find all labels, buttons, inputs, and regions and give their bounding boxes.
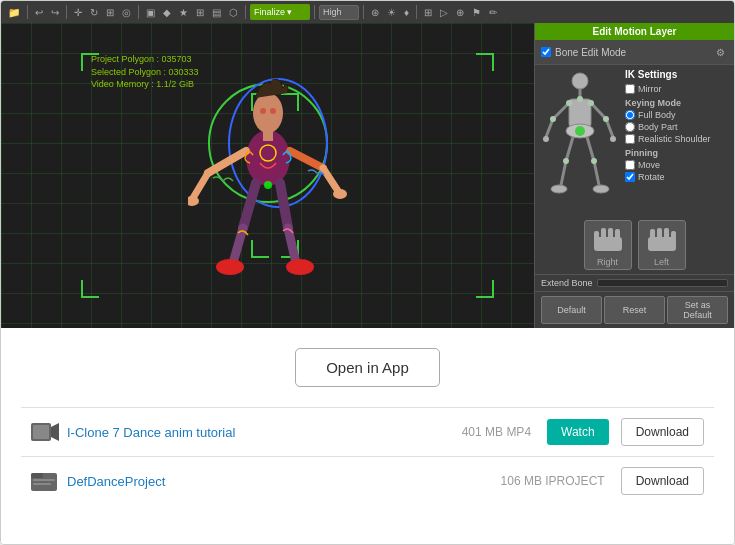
left-hand-svg [644,223,680,255]
svg-line-15 [288,228,296,263]
default-btn[interactable]: Default [541,296,602,324]
file-name-1[interactable]: DefDanceProject [67,474,493,489]
svg-rect-59 [33,483,51,485]
hands-area: Right Left [535,216,734,274]
watch-button-0[interactable]: Watch [547,419,609,445]
corner-bracket-br [476,280,494,298]
toolbar-layers-btn[interactable]: ▤ [209,3,224,21]
svg-rect-47 [615,229,620,240]
toolbar-rotate-btn[interactable]: ↻ [87,3,101,21]
open-in-app-button[interactable]: Open in App [295,348,440,387]
bone-edit-mode-row: Bone Edit Mode [541,47,626,58]
svg-line-6 [193,173,208,198]
toolbar-grid-btn[interactable]: ⊞ [193,3,207,21]
svg-point-17 [286,259,314,275]
svg-point-40 [563,158,569,164]
file-size-0: 401 MB MP4 [462,425,531,439]
svg-line-30 [561,161,566,185]
svg-rect-57 [31,473,43,478]
toolbar-move-btn[interactable]: ✛ [71,3,85,21]
svg-line-25 [591,103,606,119]
toolbar-icon3[interactable]: ♦ [401,3,412,21]
svg-rect-46 [608,228,613,240]
realistic-shoulder-row: Realistic Shoulder [625,134,728,144]
character-svg [188,63,348,293]
bone-edit-mode-checkbox[interactable] [541,47,551,57]
toolbar-undo-btn[interactable]: ↩ [32,3,46,21]
video-file-icon [31,421,59,443]
download-button-1[interactable]: Download [621,467,704,495]
rotate-checkbox[interactable] [625,172,635,182]
toolbar-scale-btn[interactable]: ⊞ [103,3,117,21]
svg-point-1 [253,93,283,133]
svg-point-24 [543,136,549,142]
panel-content: IK Settings Mirror Keying Mode Full Body… [535,65,734,216]
viewport-area: Project Polygon : 035703 Selected Polygo… [1,23,734,328]
bottom-section: Open in App I-Clone 7 Dance anim tutoria… [1,328,734,544]
toolbar-target-btn[interactable]: ◎ [119,3,134,21]
toolbar-icon1[interactable]: ⊛ [368,3,382,21]
svg-rect-45 [601,228,606,240]
svg-rect-52 [650,229,655,240]
file-name-0[interactable]: I-Clone 7 Dance anim tutorial [67,425,454,440]
quality-input[interactable] [319,5,359,20]
corner-bracket-tr [476,53,494,71]
project-file-icon [31,470,59,492]
toolbar-icon8[interactable]: ✏ [486,3,500,21]
realistic-shoulder-checkbox[interactable] [625,134,635,144]
svg-rect-50 [664,228,669,240]
character-figure [168,63,368,303]
svg-line-9 [323,168,338,191]
panel-toolbar: Bone Edit Mode ⚙ [535,40,734,65]
panel-bottom-buttons: Default Reset Set as Default [535,291,734,328]
reset-btn[interactable]: Reset [604,296,665,324]
toolbar-extra-btn[interactable]: ⬡ [226,3,241,21]
svg-point-19 [572,73,588,89]
file-size-1: 106 MB IPROJECT [501,474,605,488]
svg-rect-51 [657,228,662,240]
toolbar-diamond-btn[interactable]: ◆ [160,3,174,21]
svg-point-35 [566,100,572,106]
svg-marker-54 [51,423,59,441]
ik-skeleton-svg [541,69,619,199]
toolbar: 📁 ↩ ↪ ✛ ↻ ⊞ ◎ ▣ ◆ ★ ⊞ ▤ ⬡ Finalize ▾ ⊛ ☀… [1,1,734,23]
svg-rect-49 [671,231,676,241]
body-part-row: Body Part [625,122,728,132]
download-button-0[interactable]: Download [621,418,704,446]
svg-rect-55 [33,425,49,439]
corner-bracket-tl [81,53,99,71]
toolbar-icon4[interactable]: ⊞ [421,3,435,21]
right-hand-box: Right [584,220,632,270]
svg-point-34 [593,185,609,193]
toolbar-redo-btn[interactable]: ↪ [48,3,62,21]
toolbar-icon2[interactable]: ☀ [384,3,399,21]
svg-rect-44 [594,231,599,241]
rotate-row: Rotate [625,172,728,182]
right-panel: Edit Motion Layer Bone Edit Mode ⚙ [534,23,734,328]
toolbar-icon6[interactable]: ⊕ [453,3,467,21]
move-checkbox[interactable] [625,160,635,170]
right-hand-svg [590,223,626,255]
body-part-radio[interactable] [625,122,635,132]
corner-bracket-bl [81,280,99,298]
toolbar-icon7[interactable]: ⚑ [469,3,484,21]
panel-header: Edit Motion Layer [535,23,734,40]
svg-point-3 [270,108,276,114]
svg-point-18 [264,181,272,189]
toolbar-select-btn[interactable]: ▣ [143,3,158,21]
svg-line-13 [233,228,243,263]
mirror-row: Mirror [625,84,728,94]
svg-line-22 [553,103,569,119]
svg-line-32 [587,137,594,161]
panel-close-btn[interactable]: ⚙ [713,43,728,61]
mirror-checkbox[interactable] [625,84,635,94]
finalize-dropdown[interactable]: Finalize ▾ [250,4,310,20]
svg-point-31 [551,185,567,193]
set-as-default-btn[interactable]: Set as Default [667,296,728,324]
toolbar-star-btn[interactable]: ★ [176,3,191,21]
svg-point-16 [216,259,244,275]
toolbar-icon5[interactable]: ▷ [437,3,451,21]
svg-line-5 [208,151,246,173]
toolbar-file-btn[interactable]: 📁 [5,3,23,21]
full-body-radio[interactable] [625,110,635,120]
